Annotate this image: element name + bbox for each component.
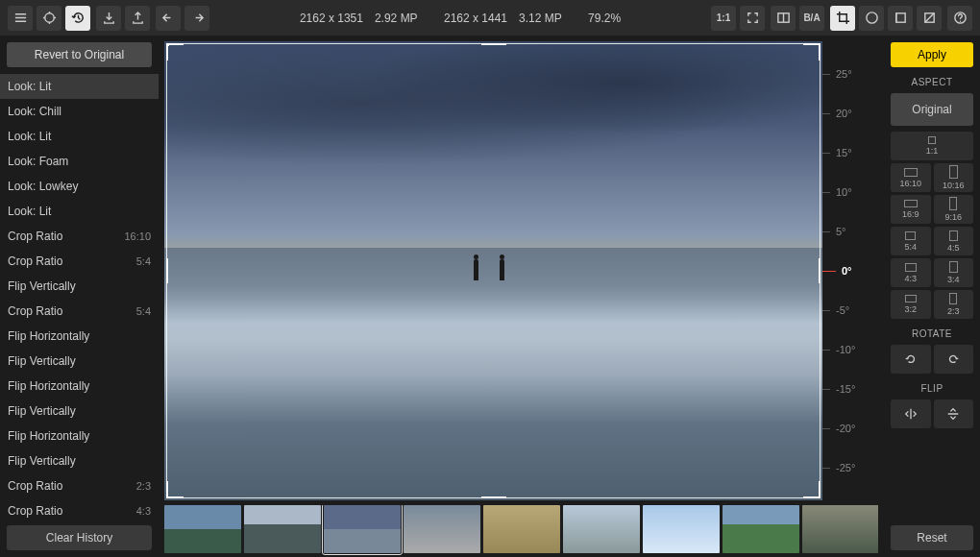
history-label: Crop Ratio	[8, 504, 62, 518]
history-item[interactable]: Look: Foam	[0, 149, 159, 174]
aspect-1-1-button[interactable]: 1:1	[891, 132, 973, 160]
menu-button[interactable]	[8, 6, 33, 31]
thumbnail[interactable]	[164, 505, 241, 553]
zoom-1to1-button[interactable]: 1:1	[711, 6, 736, 31]
history-item[interactable]: Flip Vertically	[0, 349, 159, 374]
aspect-shape-icon	[928, 136, 936, 144]
svg-point-0	[44, 13, 53, 22]
gradient-tool-button[interactable]	[888, 6, 913, 31]
rotate-cw-button[interactable]	[934, 345, 974, 374]
aspect-4-5-button[interactable]: 4:5	[934, 227, 974, 255]
aspect-16-10-button[interactable]: 16:10	[891, 163, 931, 192]
history-label: Flip Vertically	[8, 454, 76, 468]
aspect-shape-icon	[905, 263, 917, 272]
history-item[interactable]: Flip Horizontally	[0, 324, 159, 349]
aspect-4-3-button[interactable]: 4:3	[891, 258, 931, 287]
aspect-5-4-button[interactable]: 5:4	[891, 227, 931, 255]
thumbnail[interactable]	[244, 505, 321, 553]
undo-button[interactable]	[156, 6, 181, 31]
crop-megapixels: 2.92 MP	[375, 12, 418, 25]
circle-tool-button[interactable]	[859, 6, 884, 31]
aspect-3-2-button[interactable]: 3:2	[891, 290, 931, 319]
history-value: 5:4	[136, 305, 151, 317]
thumbnail[interactable]	[324, 505, 401, 553]
ruler-tick: -5°	[822, 304, 878, 316]
apply-button[interactable]: Apply	[891, 42, 973, 67]
rotate-ccw-button[interactable]	[891, 345, 931, 374]
filmstrip	[164, 505, 878, 555]
revert-button[interactable]: Revert to Original	[7, 42, 152, 67]
history-item[interactable]: Crop Ratio5:4	[0, 299, 159, 324]
history-item[interactable]: Crop Ratio2:3	[0, 473, 159, 498]
history-item[interactable]: Flip Horizontally	[0, 374, 159, 399]
history-button[interactable]	[65, 6, 90, 31]
crop-panel: Apply ASPECT Original 1:116:1010:1616:99…	[884, 36, 980, 557]
history-item[interactable]: Flip Vertically	[0, 274, 159, 299]
canvas-area: 25°20°15°10°5°0°-5°-10°-15°-20°-25°	[159, 36, 884, 557]
thumbnail[interactable]	[723, 505, 799, 553]
history-label: Crop Ratio	[8, 254, 62, 268]
history-item[interactable]: Look: Lit	[0, 199, 159, 224]
aspect-original-button[interactable]: Original	[891, 93, 973, 126]
svg-rect-3	[895, 13, 904, 22]
compare-split-button[interactable]	[771, 6, 796, 31]
history-label: Crop Ratio	[8, 479, 62, 493]
history-list: Look: LitLook: ChillLook: LitLook: FoamL…	[0, 74, 159, 519]
flip-vertical-button[interactable]	[934, 400, 974, 428]
aspect-shape-icon	[949, 230, 958, 241]
import-button[interactable]	[96, 6, 121, 31]
aspect-10-16-button[interactable]: 10:16	[934, 163, 974, 192]
history-item[interactable]: Crop Ratio5:4	[0, 249, 159, 274]
history-item[interactable]: Crop Ratio16:10	[0, 224, 159, 249]
export-button[interactable]	[125, 6, 150, 31]
crop-tool-button[interactable]	[830, 6, 855, 31]
aspect-2-3-button[interactable]: 2:3	[934, 290, 974, 319]
history-label: Flip Horizontally	[8, 329, 89, 343]
thumbnail[interactable]	[404, 505, 480, 553]
aspect-shape-icon	[904, 200, 918, 207]
aspect-9-16-button[interactable]: 9:16	[934, 195, 974, 224]
history-item[interactable]: Flip Horizontally	[0, 424, 159, 448]
rotate-section-title: ROTATE	[891, 328, 973, 339]
top-toolbar: 2162 x 1351 2.92 MP 2162 x 1441 3.12 MP …	[0, 0, 980, 36]
redo-button[interactable]	[184, 6, 209, 31]
history-value: 4:3	[136, 505, 151, 517]
rotation-ruler[interactable]: 25°20°15°10°5°0°-5°-10°-15°-20°-25°	[822, 41, 878, 500]
history-item[interactable]: Flip Vertically	[0, 399, 159, 424]
thumbnail[interactable]	[563, 505, 640, 553]
history-item[interactable]: Flip Vertically	[0, 448, 159, 473]
history-item[interactable]: Look: Chill	[0, 99, 159, 124]
aspect-3-4-button[interactable]: 3:4	[934, 258, 974, 287]
history-value: 5:4	[136, 255, 151, 267]
history-item[interactable]: Look: Lowkey	[0, 174, 159, 199]
history-item[interactable]: Look: Lit	[0, 74, 159, 99]
history-label: Look: Chill	[8, 105, 61, 118]
aspect-shape-icon	[905, 231, 916, 240]
flip-section-title: FLIP	[891, 383, 973, 394]
history-sidebar: Revert to Original Look: LitLook: ChillL…	[0, 36, 159, 557]
thumbnail[interactable]	[643, 505, 720, 553]
clear-history-button[interactable]: Clear History	[7, 525, 152, 550]
flip-horizontal-button[interactable]	[891, 400, 931, 428]
ruler-tick: 15°	[822, 147, 878, 158]
history-label: Look: Foam	[8, 155, 68, 168]
photo-preview	[164, 41, 822, 500]
thumbnail[interactable]	[802, 505, 878, 553]
history-value: 16:10	[124, 230, 151, 242]
ruler-tick: -25°	[822, 462, 878, 473]
mask-tool-button[interactable]	[917, 6, 942, 31]
fullscreen-button[interactable]	[740, 6, 765, 31]
reset-button[interactable]: Reset	[891, 525, 973, 550]
history-item[interactable]: Crop Ratio4:3	[0, 498, 159, 519]
before-after-button[interactable]: B/A	[799, 6, 824, 31]
ruler-tick: -20°	[822, 423, 878, 434]
aspect-shape-icon	[949, 293, 957, 304]
history-item[interactable]: Look: Lit	[0, 124, 159, 149]
aspect-16-9-button[interactable]: 16:9	[891, 195, 931, 224]
image-canvas[interactable]	[164, 41, 822, 500]
thumbnail[interactable]	[483, 505, 560, 553]
adjust-button[interactable]	[37, 6, 61, 31]
orig-dimensions: 2162 x 1441	[444, 12, 507, 25]
orig-megapixels: 3.12 MP	[519, 12, 562, 25]
help-button[interactable]	[947, 6, 972, 31]
